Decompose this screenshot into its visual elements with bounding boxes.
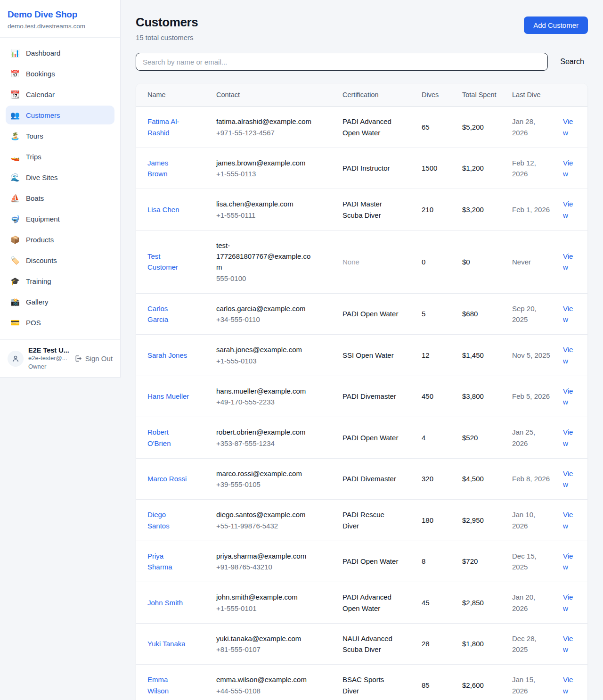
tours-icon: 🏝️ xyxy=(10,132,20,140)
customer-total-spent: $3,800 xyxy=(462,376,512,417)
customer-total-spent: $2,950 xyxy=(462,500,512,541)
customer-phone: +1-555-0111 xyxy=(216,210,314,221)
customer-certification: PADI Open Water xyxy=(342,417,422,459)
add-customer-button[interactable]: Add Customer xyxy=(524,16,588,34)
sidebar-item-label: Customers xyxy=(26,111,60,119)
sign-out-label: Sign Out xyxy=(85,354,113,362)
user-name: E2E Test U... xyxy=(28,346,69,354)
customer-last-dive: Sep 20, 2025 xyxy=(512,293,563,335)
view-link[interactable]: View xyxy=(563,200,573,219)
customer-phone: 555-0100 xyxy=(216,273,314,284)
sidebar-item-equipment[interactable]: 🤿Equipment xyxy=(6,209,114,228)
view-link[interactable]: View xyxy=(563,675,573,694)
sidebar-item-label: Dashboard xyxy=(26,49,60,57)
user-email: e2e-tester@... xyxy=(28,354,69,362)
sidebar-item-products[interactable]: 📦Products xyxy=(6,230,114,249)
customer-name-link[interactable]: Marco Rossi xyxy=(147,475,187,483)
customer-name-link[interactable]: Robert O'Brien xyxy=(147,428,171,447)
customer-last-dive: Jan 10, 2026 xyxy=(512,500,563,541)
customer-name-link[interactable]: Test Customer xyxy=(147,252,178,271)
view-link[interactable]: View xyxy=(563,593,573,612)
view-link[interactable]: View xyxy=(563,511,573,529)
column-header-last-dive: Last Dive xyxy=(512,83,563,107)
sign-out-button[interactable]: Sign Out xyxy=(74,354,113,362)
customer-phone: +971-55-123-4567 xyxy=(216,127,314,138)
view-link[interactable]: View xyxy=(563,117,573,136)
customer-total-spent: $1,200 xyxy=(462,148,512,189)
customer-total-spent: $720 xyxy=(462,541,512,582)
customer-dives: 8 xyxy=(422,541,462,582)
user-section: E2E Test U... e2e-tester@... Owner Sign … xyxy=(0,339,120,377)
customer-email: robert.obrien@example.com xyxy=(216,427,314,437)
customer-name-link[interactable]: Lisa Chen xyxy=(147,206,179,214)
table-row: Sarah Jones sarah.jones@example.com +1-5… xyxy=(136,335,587,376)
sidebar-item-dive-sites[interactable]: 🌊Dive Sites xyxy=(6,168,114,187)
table-row: Test Customer test-1772681807767@example… xyxy=(136,230,587,293)
customer-name-link[interactable]: Emma Wilson xyxy=(147,675,169,694)
sidebar-item-label: POS xyxy=(26,319,41,327)
view-link[interactable]: View xyxy=(563,252,573,271)
customer-last-dive: Jan 20, 2026 xyxy=(512,582,563,624)
customers-table-card: NameContactCertificationDivesTotal Spent… xyxy=(136,83,588,700)
customer-name-link[interactable]: Yuki Tanaka xyxy=(147,640,186,648)
view-link[interactable]: View xyxy=(563,346,573,364)
sign-out-icon xyxy=(74,354,82,362)
sidebar-item-gallery[interactable]: 📸Gallery xyxy=(6,292,114,311)
customer-name-link[interactable]: Diego Santos xyxy=(147,511,170,529)
view-link[interactable]: View xyxy=(563,552,573,571)
search-button[interactable]: Search xyxy=(560,58,588,66)
view-link[interactable]: View xyxy=(563,387,573,406)
customer-email: fatima.alrashid@example.com xyxy=(216,116,314,127)
products-icon: 📦 xyxy=(10,235,20,244)
customer-name-link[interactable]: Fatima Al-Rashid xyxy=(147,117,179,136)
customer-certification: PADI Advanced Open Water xyxy=(342,582,422,624)
customer-name-link[interactable]: John Smith xyxy=(147,599,183,607)
customer-name-link[interactable]: James Brown xyxy=(147,159,168,178)
customer-dives: 180 xyxy=(422,500,462,541)
view-link[interactable]: View xyxy=(563,428,573,447)
customer-email: carlos.garcia@example.com xyxy=(216,303,314,314)
sidebar-item-boats[interactable]: ⛵Boats xyxy=(6,189,114,207)
view-link[interactable]: View xyxy=(563,634,573,653)
sidebar-item-tours[interactable]: 🏝️Tours xyxy=(6,126,114,145)
sidebar-item-dashboard[interactable]: 📊Dashboard xyxy=(6,43,114,62)
sidebar-item-training[interactable]: 🎓Training xyxy=(6,272,114,290)
view-link[interactable]: View xyxy=(563,305,573,323)
customer-dives: 45 xyxy=(422,582,462,624)
customer-name-link[interactable]: Sarah Jones xyxy=(147,351,187,359)
user-role: Owner xyxy=(28,362,69,371)
view-link[interactable]: View xyxy=(563,159,573,178)
sidebar-item-label: Calendar xyxy=(26,91,55,99)
customer-last-dive: Jan 15, 2026 xyxy=(512,665,563,700)
sidebar-item-discounts[interactable]: 🏷️Discounts xyxy=(6,251,114,270)
main-content: Customers 15 total customers Add Custome… xyxy=(121,0,603,700)
customer-name-link[interactable]: Priya Sharma xyxy=(147,552,172,571)
table-row: Carlos Garcia carlos.garcia@example.com … xyxy=(136,293,587,335)
sidebar-item-pos[interactable]: 💳POS xyxy=(6,313,114,332)
sidebar-item-label: Equipment xyxy=(26,215,60,223)
customer-phone: +1-555-0113 xyxy=(216,168,314,179)
customers-table: NameContactCertificationDivesTotal Spent… xyxy=(136,83,587,700)
table-row: Yuki Tanaka yuki.tanaka@example.com +81-… xyxy=(136,623,587,665)
sidebar-item-calendar[interactable]: 📆Calendar xyxy=(6,85,114,104)
sidebar-nav: 📊Dashboard📅Bookings📆Calendar👥Customers🏝️… xyxy=(0,38,120,339)
search-input[interactable] xyxy=(136,53,548,71)
customer-total-spent: $3,200 xyxy=(462,189,512,231)
customer-name-link[interactable]: Hans Mueller xyxy=(147,392,189,400)
customer-total-spent: $1,800 xyxy=(462,623,512,665)
customer-name-link[interactable]: Carlos Garcia xyxy=(147,305,168,323)
customer-email: priya.sharma@example.com xyxy=(216,551,314,561)
customer-certification: PADI Divemaster xyxy=(342,458,422,500)
customer-email: marco.rossi@example.com xyxy=(216,468,314,479)
customer-dives: 320 xyxy=(422,458,462,500)
sidebar-item-customers[interactable]: 👥Customers xyxy=(6,106,114,124)
sidebar-item-bookings[interactable]: 📅Bookings xyxy=(6,64,114,83)
customer-phone: +49-170-555-2233 xyxy=(216,396,314,407)
view-link[interactable]: View xyxy=(563,469,573,488)
shop-name: Demo Dive Shop xyxy=(8,9,113,20)
customer-email: james.brown@example.com xyxy=(216,157,314,168)
sidebar-item-trips[interactable]: 🚤Trips xyxy=(6,147,114,166)
table-row: Marco Rossi marco.rossi@example.com +39-… xyxy=(136,458,587,500)
customer-phone: +353-87-555-1234 xyxy=(216,438,314,449)
avatar xyxy=(8,351,24,367)
